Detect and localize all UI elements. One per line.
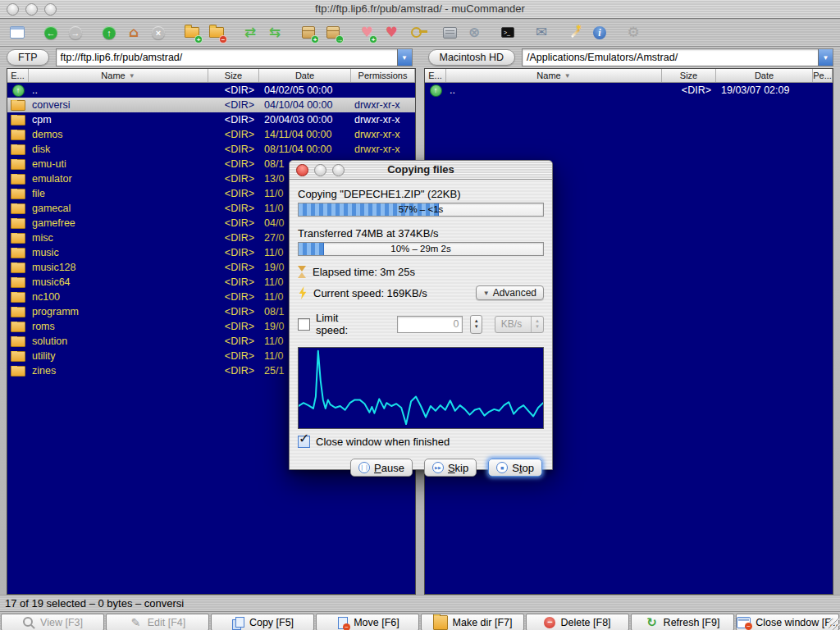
pause-button[interactable]: Pause bbox=[350, 459, 413, 477]
right-location-text: /Applications/Emulators/Amstrad/ bbox=[523, 52, 818, 63]
file-name: .. bbox=[446, 84, 662, 96]
command-bar: View [F3]✎Edit [F4]Copy [F5]Move [F6]Mak… bbox=[0, 611, 840, 630]
file-date: 04/10/04 00:00 bbox=[259, 99, 351, 111]
column-header-name[interactable]: Name▼ bbox=[446, 69, 662, 82]
file-permissions: drwxr-xr-x bbox=[351, 144, 415, 155]
left-location-group: FTP ftp://ftp.lip6.fr/pub/amstrad/ ▼ bbox=[7, 48, 413, 66]
column-header-pe[interactable]: Pe... bbox=[813, 69, 833, 82]
move-f6-button[interactable]: Move [F6] bbox=[316, 614, 419, 630]
right-location-group: Macintosh HD /Applications/Emulators/Ams… bbox=[428, 48, 834, 66]
left-location-field[interactable]: ftp://ftp.lip6.fr/pub/amstrad/ ▼ bbox=[56, 48, 413, 66]
skip-icon bbox=[432, 462, 444, 473]
add-bookmark-icon[interactable]: ♥+ bbox=[357, 23, 377, 43]
disconnect-icon[interactable]: ⊗ bbox=[464, 23, 484, 43]
right-location-field[interactable]: /Applications/Emulators/Amstrad/ ▼ bbox=[522, 48, 833, 66]
folder-icon bbox=[11, 366, 25, 377]
close-window-f-button[interactable]: Close window [F... bbox=[736, 614, 839, 630]
close-when-finished-label: Close window when finished bbox=[316, 436, 450, 448]
command-button-label: Edit [F4] bbox=[148, 617, 186, 628]
file-row[interactable]: ↑..<DIR>04/02/05 00:00 bbox=[7, 83, 415, 98]
file-row[interactable]: disk<DIR>08/11/04 00:00drwxr-xr-x bbox=[7, 142, 415, 157]
new-folder-icon[interactable]: + bbox=[182, 23, 202, 43]
left-location-text: ftp://ftp.lip6.fr/pub/amstrad/ bbox=[57, 52, 397, 63]
edit-bookmarks-icon[interactable]: ♥ bbox=[381, 23, 401, 43]
file-date: 04/02/05 00:00 bbox=[259, 84, 351, 96]
dialog-titlebar[interactable]: Copying files bbox=[290, 161, 552, 180]
folder-icon bbox=[11, 130, 25, 140]
make-dir-f7-button[interactable]: Make dir [F7] bbox=[421, 614, 524, 630]
forward-icon: → bbox=[66, 23, 85, 43]
column-header-size[interactable]: Size bbox=[662, 69, 716, 82]
file-row[interactable]: conversi<DIR>04/10/04 00:00drwxr-xr-x bbox=[7, 98, 415, 112]
file-name: emulator bbox=[29, 173, 208, 185]
column-header-e[interactable]: E... bbox=[7, 69, 29, 82]
limit-speed-stepper[interactable]: ▲▼ bbox=[470, 315, 482, 334]
file-size: <DIR> bbox=[208, 129, 259, 140]
limit-speed-checkbox[interactable] bbox=[298, 318, 310, 331]
pack-icon[interactable]: + bbox=[299, 23, 318, 43]
resize-grip[interactable] bbox=[829, 619, 840, 630]
unpack-icon[interactable]: → bbox=[323, 23, 343, 43]
new-window-icon[interactable] bbox=[7, 23, 27, 43]
skip-button[interactable]: Skip bbox=[424, 459, 477, 477]
file-size: <DIR> bbox=[208, 262, 259, 273]
file-icon-cell bbox=[7, 159, 29, 170]
credentials-icon[interactable] bbox=[406, 23, 426, 43]
speed-unit-select[interactable]: KB/s ▲▼ bbox=[495, 316, 544, 333]
file-size: <DIR> bbox=[208, 365, 259, 377]
speed-unit-value: KB/s bbox=[501, 318, 522, 330]
refresh-f9-button[interactable]: ↻Refresh [F9] bbox=[631, 614, 734, 630]
file-row[interactable]: cpm<DIR>20/04/03 00:00drwxr-xr-x bbox=[7, 112, 415, 127]
file-row[interactable]: demos<DIR>14/11/04 00:00drwxr-xr-x bbox=[7, 127, 415, 142]
right-location-dropdown-icon[interactable]: ▼ bbox=[818, 49, 833, 66]
set-same-folder-icon[interactable]: ⇆ bbox=[265, 23, 285, 43]
current-file-label: Copying "DEPECHE1.ZIP" (22KB) bbox=[298, 188, 544, 200]
command-button-label: Make dir [F7] bbox=[453, 617, 513, 628]
command-button-label: Close window [F... bbox=[756, 617, 838, 628]
right-drive-button[interactable]: Macintosh HD bbox=[428, 49, 516, 66]
go-to-parent-icon[interactable]: ↑ bbox=[99, 23, 119, 43]
file-name: .. bbox=[29, 84, 208, 96]
copy-f5-button[interactable]: Copy [F5] bbox=[211, 614, 314, 630]
command-button-label: Move [F6] bbox=[354, 617, 399, 628]
file-icon-cell bbox=[7, 218, 29, 229]
home-icon[interactable]: ⌂ bbox=[124, 23, 144, 43]
swap-folders-icon[interactable]: ⇄ bbox=[240, 23, 260, 43]
column-header-permissions[interactable]: Permissions bbox=[351, 69, 415, 82]
file-icon-cell bbox=[7, 262, 29, 273]
back-icon[interactable]: ← bbox=[41, 23, 61, 43]
advanced-button-label: Advanced bbox=[493, 287, 536, 299]
pause-button-label: Pause bbox=[374, 462, 404, 474]
terminal-icon[interactable]: >_ bbox=[498, 23, 518, 43]
file-row[interactable]: ↑..<DIR>19/03/07 02:09 bbox=[425, 83, 833, 98]
folder-icon bbox=[11, 233, 25, 244]
column-header-date[interactable]: Date bbox=[716, 69, 813, 82]
left-drive-button[interactable]: FTP bbox=[7, 49, 49, 66]
column-header-e[interactable]: E... bbox=[425, 69, 446, 82]
properties-icon[interactable] bbox=[565, 23, 585, 43]
left-location-dropdown-icon[interactable]: ▼ bbox=[397, 49, 412, 66]
delete-f8-button[interactable]: −Delete [F8] bbox=[526, 614, 629, 630]
close-when-finished-checkbox[interactable] bbox=[298, 436, 310, 448]
connect-server-icon[interactable] bbox=[440, 23, 459, 43]
file-size: <DIR> bbox=[208, 84, 259, 96]
window-titlebar[interactable]: ftp://ftp.lip6.fr/pub/amstrad/ - muComma… bbox=[0, 0, 840, 19]
stop-button[interactable]: Stop bbox=[488, 459, 542, 477]
column-header-date[interactable]: Date bbox=[259, 69, 351, 82]
location-row: FTP ftp://ftp.lip6.fr/pub/amstrad/ ▼ Mac… bbox=[0, 47, 840, 68]
column-header-name[interactable]: Name▼ bbox=[29, 69, 208, 82]
file-name: programm bbox=[29, 306, 208, 317]
file-size: <DIR> bbox=[208, 188, 259, 199]
folder-icon bbox=[11, 322, 25, 332]
dialog-buttons: PauseSkipStop bbox=[298, 459, 544, 477]
file-name: cpm bbox=[29, 114, 208, 126]
email-icon[interactable]: ✉ bbox=[532, 23, 551, 43]
current-speed-label: Current speed: 169KB/s bbox=[313, 287, 427, 299]
total-transfer-label: Transferred 74MB at 374KB/s bbox=[298, 227, 544, 240]
file-icon-cell bbox=[7, 203, 29, 214]
delete-folder-icon[interactable]: − bbox=[207, 23, 226, 43]
info-icon[interactable]: i bbox=[590, 23, 609, 43]
advanced-button[interactable]: ▼ Advanced bbox=[476, 285, 544, 300]
column-header-size[interactable]: Size bbox=[208, 69, 259, 82]
limit-speed-input[interactable]: 0 bbox=[397, 316, 463, 333]
